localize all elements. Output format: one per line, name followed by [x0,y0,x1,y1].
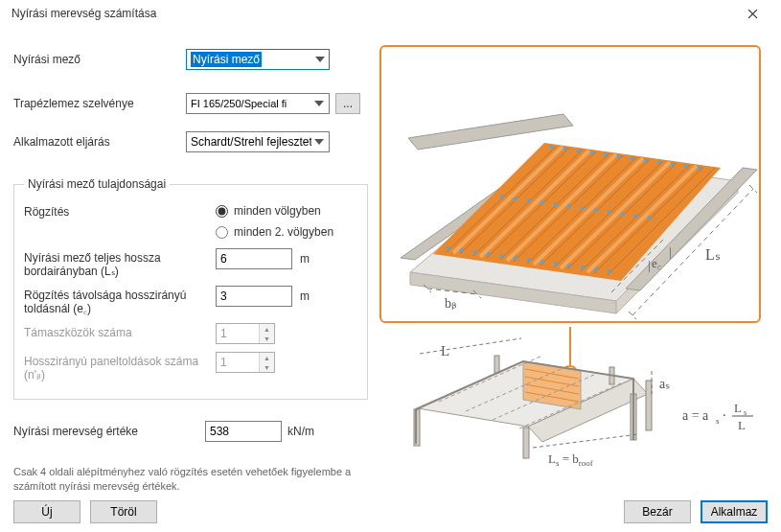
svg-point-52 [563,147,567,150]
svg-point-53 [577,149,581,152]
result-unit: kN/m [287,425,326,438]
shear-field-select[interactable]: Nyírási mező [186,49,330,70]
svg-text:L: L [738,418,746,432]
diagram-main: Lₛ | e꜀ | bᵦ [379,45,761,323]
svg-point-48 [621,212,625,216]
spacing-input[interactable] [216,286,292,307]
diagram-lower: L aₛ Ls = broof a = a s · L [379,327,761,461]
footer: Új Töröl Bezár Alkalmaz [0,500,781,532]
svg-point-38 [608,269,611,273]
svg-point-26 [447,246,450,250]
svg-text:L: L [734,401,742,415]
svg-point-54 [590,150,594,154]
svg-point-60 [671,162,675,166]
svg-point-57 [631,156,634,160]
profile-select[interactable]: FI 165/250/Special fi [186,93,330,114]
panels-label: Hosszirányú paneltoldások száma (n'ᵦ) [24,352,216,382]
svg-text:s: s [744,408,747,417]
svg-point-33 [540,260,544,264]
svg-line-92 [420,338,521,354]
svg-point-41 [527,198,531,202]
footnote: Csak 4 oldali alépítményhez való rögzíté… [13,465,358,495]
profile-label: Trapézlemez szelvénye [13,97,186,110]
svg-point-47 [608,210,611,214]
svg-point-56 [617,154,621,158]
fixing-radio-2[interactable] [216,226,228,239]
svg-point-34 [554,262,558,266]
method-select[interactable]: Schardt/Strehl fejlesztett [186,131,330,152]
delete-button[interactable]: Töröl [90,500,157,523]
svg-point-58 [644,158,648,162]
svg-point-37 [594,267,598,271]
roof-illustration: Lₛ | e꜀ | bᵦ [381,47,761,323]
shear-field-label: Nyírási mező [13,53,186,66]
chevron-down-icon: ▼ [260,362,274,372]
svg-point-30 [500,254,504,258]
close-icon [747,9,758,19]
svg-point-31 [514,256,517,260]
result-label: Nyírási merevség értéke [13,425,205,438]
window-title: Nyírási merevség számítása [11,7,156,20]
profile-browse-button[interactable]: ... [335,93,360,114]
svg-point-61 [684,164,688,168]
dim-ls-broof: Ls = broof [548,451,593,468]
dim-el: e꜀ [652,256,661,270]
svg-point-40 [514,197,517,200]
svg-text:a = a: a = a [682,408,709,423]
dim-bb: bᵦ [445,296,457,311]
svg-point-55 [604,152,608,156]
properties-group: Nyírási mező tulajdonságai Rögzítés mind… [13,177,368,400]
properties-legend: Nyírási mező tulajdonságai [24,177,170,191]
length-label: Nyírási mező teljes hossza bordairányban… [24,248,216,278]
dim-as: aₛ [659,377,670,391]
fixing-radio-1[interactable] [216,205,228,218]
spacing-unit: m [300,289,338,303]
svg-point-28 [473,250,477,254]
svg-point-43 [554,202,558,206]
close-dialog-button[interactable]: Bezár [624,500,691,523]
svg-text:s: s [716,416,720,426]
svg-point-51 [550,145,554,149]
length-unit: m [300,252,338,266]
titlebar: Nyírási merevség számítása [0,0,781,28]
fixing-option-every-valley[interactable]: minden völgyben [216,204,321,218]
fixing-option-every-2nd-valley[interactable]: minden 2. völgyben [216,225,333,239]
svg-point-46 [594,208,598,212]
frame-illustration: L aₛ Ls = broof a = a s · L [379,327,761,475]
svg-rect-90 [494,356,499,373]
chevron-up-icon: ▲ [260,324,274,334]
panels-spinner: 1 ▲▼ [216,352,275,373]
result-output [205,421,282,442]
svg-point-62 [698,166,701,170]
svg-text:·: · [723,408,726,423]
chevron-down-icon: ▼ [260,334,274,343]
svg-point-36 [581,266,585,269]
fixing-label: Rögzítés [24,202,216,219]
svg-point-49 [634,214,638,218]
new-button[interactable]: Új [13,500,80,523]
supports-label: Támaszközök száma [24,323,216,339]
length-input[interactable] [216,248,292,269]
supports-spinner: 1 ▲▼ [216,323,275,344]
svg-rect-87 [523,428,529,458]
diagram-panel: Lₛ | e꜀ | bᵦ [372,45,768,495]
form-panel: Nyírási mező Nyírási mező Trapézlemez sz… [13,45,368,495]
ellipsis-icon: ... [343,97,353,110]
method-label: Alkalmazott eljárás [13,135,186,149]
svg-point-50 [648,216,652,220]
svg-text:|: | [648,258,651,272]
close-button[interactable] [733,0,771,27]
svg-point-42 [540,200,544,204]
svg-point-39 [500,195,504,198]
chevron-down-icon [315,57,325,62]
svg-point-27 [460,248,464,252]
dim-L: L [441,343,449,359]
svg-point-29 [487,252,491,256]
svg-point-59 [657,160,661,164]
spacing-label: Rögzítés távolsága hosszirányú toldásnál… [24,286,216,315]
svg-point-44 [567,204,571,208]
dim-ls: Lₛ [705,246,721,263]
svg-point-45 [581,206,585,210]
svg-point-35 [567,264,571,267]
apply-button[interactable]: Alkalmaz [701,500,768,523]
